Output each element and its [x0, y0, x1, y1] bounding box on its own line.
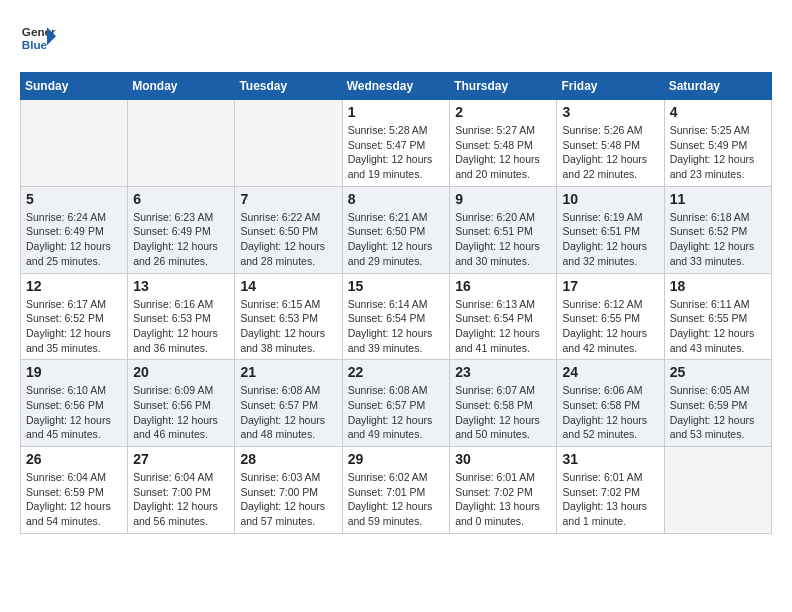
- calendar-cell: 10Sunrise: 6:19 AM Sunset: 6:51 PM Dayli…: [557, 186, 664, 273]
- day-info: Sunrise: 6:23 AM Sunset: 6:49 PM Dayligh…: [133, 210, 229, 269]
- calendar-cell: 16Sunrise: 6:13 AM Sunset: 6:54 PM Dayli…: [450, 273, 557, 360]
- calendar-cell: 11Sunrise: 6:18 AM Sunset: 6:52 PM Dayli…: [664, 186, 771, 273]
- calendar-cell: 22Sunrise: 6:08 AM Sunset: 6:57 PM Dayli…: [342, 360, 450, 447]
- day-info: Sunrise: 6:20 AM Sunset: 6:51 PM Dayligh…: [455, 210, 551, 269]
- calendar-cell: 21Sunrise: 6:08 AM Sunset: 6:57 PM Dayli…: [235, 360, 342, 447]
- calendar-cell: [128, 100, 235, 187]
- svg-text:Blue: Blue: [22, 38, 48, 51]
- calendar-week-row: 26Sunrise: 6:04 AM Sunset: 6:59 PM Dayli…: [21, 447, 772, 534]
- day-number: 27: [133, 451, 229, 467]
- page-header: General Blue: [20, 20, 772, 56]
- day-number: 8: [348, 191, 445, 207]
- calendar-cell: 20Sunrise: 6:09 AM Sunset: 6:56 PM Dayli…: [128, 360, 235, 447]
- day-info: Sunrise: 6:01 AM Sunset: 7:02 PM Dayligh…: [562, 470, 658, 529]
- day-number: 2: [455, 104, 551, 120]
- calendar-cell: 18Sunrise: 6:11 AM Sunset: 6:55 PM Dayli…: [664, 273, 771, 360]
- day-info: Sunrise: 6:21 AM Sunset: 6:50 PM Dayligh…: [348, 210, 445, 269]
- calendar-cell: 25Sunrise: 6:05 AM Sunset: 6:59 PM Dayli…: [664, 360, 771, 447]
- calendar-cell: 28Sunrise: 6:03 AM Sunset: 7:00 PM Dayli…: [235, 447, 342, 534]
- calendar-day-header: Wednesday: [342, 73, 450, 100]
- calendar-cell: 2Sunrise: 5:27 AM Sunset: 5:48 PM Daylig…: [450, 100, 557, 187]
- day-number: 29: [348, 451, 445, 467]
- day-number: 26: [26, 451, 122, 467]
- calendar-cell: 4Sunrise: 5:25 AM Sunset: 5:49 PM Daylig…: [664, 100, 771, 187]
- calendar-cell: 13Sunrise: 6:16 AM Sunset: 6:53 PM Dayli…: [128, 273, 235, 360]
- calendar-cell: 24Sunrise: 6:06 AM Sunset: 6:58 PM Dayli…: [557, 360, 664, 447]
- day-number: 4: [670, 104, 766, 120]
- calendar-cell: 1Sunrise: 5:28 AM Sunset: 5:47 PM Daylig…: [342, 100, 450, 187]
- day-info: Sunrise: 6:15 AM Sunset: 6:53 PM Dayligh…: [240, 297, 336, 356]
- calendar-cell: 29Sunrise: 6:02 AM Sunset: 7:01 PM Dayli…: [342, 447, 450, 534]
- logo-icon: General Blue: [20, 20, 56, 56]
- logo: General Blue: [20, 20, 56, 56]
- day-number: 30: [455, 451, 551, 467]
- calendar-cell: 23Sunrise: 6:07 AM Sunset: 6:58 PM Dayli…: [450, 360, 557, 447]
- calendar-day-header: Monday: [128, 73, 235, 100]
- calendar-cell: 7Sunrise: 6:22 AM Sunset: 6:50 PM Daylig…: [235, 186, 342, 273]
- calendar-cell: 31Sunrise: 6:01 AM Sunset: 7:02 PM Dayli…: [557, 447, 664, 534]
- calendar-header-row: SundayMondayTuesdayWednesdayThursdayFrid…: [21, 73, 772, 100]
- day-number: 11: [670, 191, 766, 207]
- calendar-day-header: Tuesday: [235, 73, 342, 100]
- day-info: Sunrise: 6:02 AM Sunset: 7:01 PM Dayligh…: [348, 470, 445, 529]
- calendar-cell: 8Sunrise: 6:21 AM Sunset: 6:50 PM Daylig…: [342, 186, 450, 273]
- day-info: Sunrise: 6:07 AM Sunset: 6:58 PM Dayligh…: [455, 383, 551, 442]
- day-info: Sunrise: 5:26 AM Sunset: 5:48 PM Dayligh…: [562, 123, 658, 182]
- day-info: Sunrise: 6:08 AM Sunset: 6:57 PM Dayligh…: [240, 383, 336, 442]
- day-number: 25: [670, 364, 766, 380]
- day-number: 13: [133, 278, 229, 294]
- day-number: 24: [562, 364, 658, 380]
- day-number: 15: [348, 278, 445, 294]
- day-info: Sunrise: 5:28 AM Sunset: 5:47 PM Dayligh…: [348, 123, 445, 182]
- calendar-table: SundayMondayTuesdayWednesdayThursdayFrid…: [20, 72, 772, 534]
- calendar-cell: 12Sunrise: 6:17 AM Sunset: 6:52 PM Dayli…: [21, 273, 128, 360]
- day-number: 21: [240, 364, 336, 380]
- day-info: Sunrise: 6:06 AM Sunset: 6:58 PM Dayligh…: [562, 383, 658, 442]
- day-number: 9: [455, 191, 551, 207]
- day-number: 12: [26, 278, 122, 294]
- day-info: Sunrise: 6:12 AM Sunset: 6:55 PM Dayligh…: [562, 297, 658, 356]
- day-number: 22: [348, 364, 445, 380]
- day-info: Sunrise: 6:17 AM Sunset: 6:52 PM Dayligh…: [26, 297, 122, 356]
- calendar-day-header: Thursday: [450, 73, 557, 100]
- calendar-cell: [21, 100, 128, 187]
- day-number: 5: [26, 191, 122, 207]
- calendar-cell: [235, 100, 342, 187]
- day-info: Sunrise: 6:18 AM Sunset: 6:52 PM Dayligh…: [670, 210, 766, 269]
- day-info: Sunrise: 6:09 AM Sunset: 6:56 PM Dayligh…: [133, 383, 229, 442]
- day-info: Sunrise: 6:05 AM Sunset: 6:59 PM Dayligh…: [670, 383, 766, 442]
- day-info: Sunrise: 6:08 AM Sunset: 6:57 PM Dayligh…: [348, 383, 445, 442]
- calendar-cell: 30Sunrise: 6:01 AM Sunset: 7:02 PM Dayli…: [450, 447, 557, 534]
- calendar-week-row: 5Sunrise: 6:24 AM Sunset: 6:49 PM Daylig…: [21, 186, 772, 273]
- day-info: Sunrise: 6:10 AM Sunset: 6:56 PM Dayligh…: [26, 383, 122, 442]
- calendar-cell: 6Sunrise: 6:23 AM Sunset: 6:49 PM Daylig…: [128, 186, 235, 273]
- day-info: Sunrise: 6:22 AM Sunset: 6:50 PM Dayligh…: [240, 210, 336, 269]
- calendar-cell: [664, 447, 771, 534]
- day-info: Sunrise: 6:16 AM Sunset: 6:53 PM Dayligh…: [133, 297, 229, 356]
- day-number: 17: [562, 278, 658, 294]
- day-info: Sunrise: 6:04 AM Sunset: 6:59 PM Dayligh…: [26, 470, 122, 529]
- day-info: Sunrise: 6:04 AM Sunset: 7:00 PM Dayligh…: [133, 470, 229, 529]
- day-info: Sunrise: 6:11 AM Sunset: 6:55 PM Dayligh…: [670, 297, 766, 356]
- day-number: 1: [348, 104, 445, 120]
- calendar-cell: 3Sunrise: 5:26 AM Sunset: 5:48 PM Daylig…: [557, 100, 664, 187]
- calendar-day-header: Saturday: [664, 73, 771, 100]
- day-number: 16: [455, 278, 551, 294]
- calendar-day-header: Sunday: [21, 73, 128, 100]
- day-number: 31: [562, 451, 658, 467]
- day-number: 20: [133, 364, 229, 380]
- day-info: Sunrise: 6:14 AM Sunset: 6:54 PM Dayligh…: [348, 297, 445, 356]
- day-info: Sunrise: 6:24 AM Sunset: 6:49 PM Dayligh…: [26, 210, 122, 269]
- calendar-week-row: 19Sunrise: 6:10 AM Sunset: 6:56 PM Dayli…: [21, 360, 772, 447]
- calendar-day-header: Friday: [557, 73, 664, 100]
- day-info: Sunrise: 5:27 AM Sunset: 5:48 PM Dayligh…: [455, 123, 551, 182]
- day-info: Sunrise: 6:19 AM Sunset: 6:51 PM Dayligh…: [562, 210, 658, 269]
- day-number: 7: [240, 191, 336, 207]
- day-number: 23: [455, 364, 551, 380]
- calendar-cell: 27Sunrise: 6:04 AM Sunset: 7:00 PM Dayli…: [128, 447, 235, 534]
- calendar-cell: 9Sunrise: 6:20 AM Sunset: 6:51 PM Daylig…: [450, 186, 557, 273]
- calendar-cell: 17Sunrise: 6:12 AM Sunset: 6:55 PM Dayli…: [557, 273, 664, 360]
- calendar-cell: 15Sunrise: 6:14 AM Sunset: 6:54 PM Dayli…: [342, 273, 450, 360]
- day-number: 10: [562, 191, 658, 207]
- calendar-week-row: 12Sunrise: 6:17 AM Sunset: 6:52 PM Dayli…: [21, 273, 772, 360]
